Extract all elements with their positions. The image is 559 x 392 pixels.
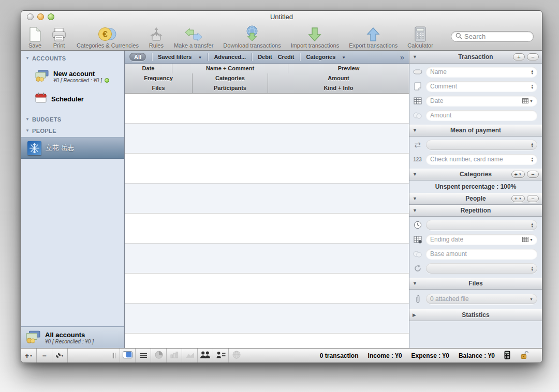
calculator-small-icon[interactable]	[504, 351, 510, 361]
pie-chart-view-button[interactable]	[151, 349, 166, 363]
pie-chart-icon	[155, 351, 163, 361]
calendar-end-icon	[412, 236, 423, 244]
sidebar-section-budgets[interactable]: ▼ BUDGETS	[21, 115, 124, 124]
all-accounts-summary[interactable]: All accounts ¥0 [ Reconciled : ¥0 ]	[21, 326, 124, 348]
transactions-table-body[interactable]	[125, 94, 409, 348]
sidebar-section-people[interactable]: ▼ PEOPLE	[21, 126, 124, 135]
paperclip-icon	[412, 294, 423, 304]
disclosure-down-icon: ▼	[413, 172, 417, 177]
section-mean-of-payment-header[interactable]: ▼ Mean of payment	[409, 125, 542, 137]
section-title: Files	[409, 280, 542, 287]
remove-item-button[interactable]: −	[37, 349, 52, 363]
section-statistics-header[interactable]: ▶ Statistics	[409, 309, 542, 321]
save-toolbar-button[interactable]: Save	[28, 25, 41, 49]
action-menu-button[interactable]: ▼	[52, 349, 68, 363]
export-transactions-toolbar-button[interactable]: Export transactions	[349, 25, 398, 49]
bar-chart-view-button[interactable]	[166, 349, 182, 363]
date-field[interactable]: Date ▼	[426, 96, 537, 106]
remove-button[interactable]: −	[527, 53, 539, 61]
transfer-arrows-icon	[184, 25, 203, 42]
sidebar-item-person-selected[interactable]: 立花 岳志	[21, 137, 124, 159]
column-header-name-comment[interactable]: Name + Comment	[172, 64, 288, 73]
separator	[208, 53, 208, 61]
column-header-categories[interactable]: Categories	[193, 73, 268, 83]
disclosure-down-icon: ▼	[413, 208, 417, 213]
transactions-main: All Saved filters▼ Advanced... Debit Cre…	[125, 51, 409, 348]
add-person-button[interactable]: +▼	[511, 195, 525, 202]
column-header-frequency[interactable]: Frequency	[125, 73, 193, 83]
check-number-field[interactable]: Check number, card name ▴▾	[426, 154, 537, 164]
stepper-icon: ▴▾	[531, 157, 533, 162]
people-view-button[interactable]	[197, 349, 213, 363]
section-people-header[interactable]: ▼ People +▼ −	[409, 193, 542, 205]
rules-toolbar-button[interactable]: Rules	[149, 25, 164, 49]
person-list-icon	[216, 351, 226, 360]
window-chrome: Untitled Save Print € Categories & Curre…	[21, 11, 542, 51]
payment-mean-popup[interactable]: ▴▾	[426, 140, 537, 150]
column-header-files[interactable]: Files	[125, 83, 193, 93]
section-files-header[interactable]: ▼ Files	[409, 278, 542, 290]
repetition-frequency-popup[interactable]: ▴▾	[426, 220, 537, 230]
comment-note-icon	[412, 82, 423, 91]
section-transaction-header[interactable]: ▼ Transaction + −	[409, 51, 542, 64]
toggle-inspector-button[interactable]	[120, 349, 135, 363]
add-item-button[interactable]: +▼	[21, 349, 37, 363]
sidebar-item-scheduler[interactable]: Scheduler	[21, 88, 124, 110]
list-view-button[interactable]	[135, 349, 151, 363]
files-fields: 0 attached file ▼	[409, 290, 542, 309]
remove-category-button[interactable]: −	[527, 171, 539, 178]
column-header-amount[interactable]: Amount	[268, 73, 409, 83]
income-total: Income : ¥0	[368, 352, 402, 359]
web-view-button[interactable]	[228, 349, 244, 363]
print-icon	[51, 25, 67, 42]
splitter-drag-handle[interactable]	[107, 349, 120, 363]
window-title: Untitled	[21, 13, 542, 21]
recurrence-icon	[412, 264, 423, 273]
search-input[interactable]: Search	[451, 31, 534, 42]
bar-chart-icon	[170, 351, 179, 360]
person-details-view-button[interactable]	[213, 349, 228, 363]
sidebar-item-new-account[interactable]: New account ¥0 [ Reconciled : ¥0 ]	[21, 65, 124, 88]
expense-total: Expense : ¥0	[411, 352, 449, 359]
unlock-icon[interactable]	[520, 351, 528, 361]
name-field[interactable]: Name ▴▾	[426, 67, 537, 77]
print-toolbar-button[interactable]: Print	[51, 25, 67, 49]
filter-saved-filters-button[interactable]: Saved filters▼	[158, 54, 202, 60]
filter-categories-button[interactable]: Categories▼	[306, 54, 346, 60]
column-header-preview[interactable]: Preview	[288, 64, 409, 73]
calendar-dropdown-icon[interactable]: ▼	[522, 237, 533, 242]
rules-box-icon	[149, 25, 164, 42]
column-header-kind-info[interactable]: Kind + Info	[268, 83, 409, 93]
categories-currencies-toolbar-button[interactable]: € Categories & Currencies	[77, 25, 139, 49]
base-amount-field[interactable]: Base amount	[426, 249, 537, 259]
comment-field[interactable]: Comment ▴▾	[426, 81, 537, 92]
column-header-participants[interactable]: Participants	[193, 83, 268, 93]
section-categories-header[interactable]: ▼ Categories +▼ −	[409, 169, 542, 180]
filter-advanced-button[interactable]: Advanced...	[214, 54, 246, 60]
area-chart-view-button[interactable]	[182, 349, 197, 363]
download-transactions-toolbar-button[interactable]: Download transactions	[223, 25, 281, 49]
section-repetition-header[interactable]: ▼ Repetition	[409, 205, 542, 217]
calculator-toolbar-button[interactable]: Calculator	[407, 25, 433, 49]
sidebar-section-accounts[interactable]: ▼ ACCOUNTS	[21, 54, 124, 63]
add-category-button[interactable]: +▼	[511, 171, 525, 178]
remove-person-button[interactable]: −	[527, 195, 539, 202]
titlebar[interactable]: Untitled	[21, 11, 542, 23]
attached-files-popup[interactable]: 0 attached file ▼	[426, 294, 537, 304]
calendar-icon	[412, 97, 423, 104]
filter-credit-button[interactable]: Credit	[278, 54, 295, 60]
make-transfer-toolbar-button[interactable]: Make a transfer	[174, 25, 213, 49]
amount-field[interactable]: Amount	[426, 110, 537, 120]
filter-all-button[interactable]: All	[129, 53, 146, 61]
overflow-chevron-icon[interactable]: »	[400, 53, 404, 62]
toolbar: Save Print € Categories & Currencies Rul…	[21, 23, 542, 50]
sidebar-list: ▼ ACCOUNTS New account ¥0 [ Reconciled :…	[21, 51, 124, 326]
import-transactions-toolbar-button[interactable]: Import transactions	[291, 25, 340, 49]
add-button[interactable]: +	[513, 53, 525, 61]
ending-date-field[interactable]: Ending date ▼	[426, 234, 537, 245]
calendar-dropdown-icon[interactable]: ▼	[522, 98, 533, 103]
desktop: Untitled Save Print € Categories & Curre…	[0, 0, 559, 392]
filter-debit-button[interactable]: Debit	[258, 54, 272, 60]
column-header-date[interactable]: Date	[125, 64, 172, 73]
recurrence-popup[interactable]: ▴▾	[426, 263, 537, 274]
